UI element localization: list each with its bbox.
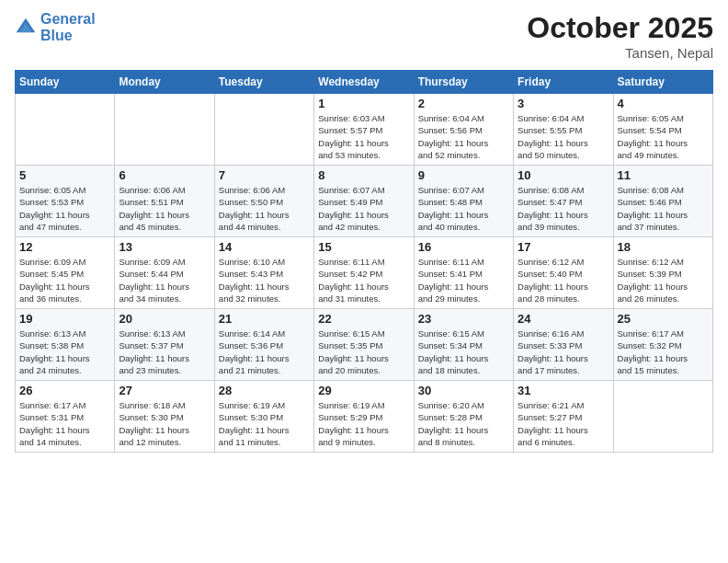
- day-cell-12: 12Sunrise: 6:09 AMSunset: 5:45 PMDayligh…: [16, 237, 115, 309]
- logo-general: General: [40, 11, 96, 27]
- day-info: Sunrise: 6:12 AMSunset: 5:40 PMDaylight:…: [518, 256, 609, 304]
- day-info: Sunrise: 6:04 AMSunset: 5:55 PMDaylight:…: [518, 112, 609, 161]
- day-number: 30: [418, 384, 509, 397]
- day-info: Sunrise: 6:13 AMSunset: 5:38 PMDaylight:…: [19, 327, 110, 376]
- day-number: 27: [119, 384, 210, 397]
- week-row-4: 26Sunrise: 6:17 AMSunset: 5:31 PMDayligh…: [16, 381, 713, 453]
- day-info: Sunrise: 6:18 AMSunset: 5:30 PMDaylight:…: [119, 399, 210, 448]
- day-number: 24: [518, 312, 609, 326]
- day-info: Sunrise: 6:17 AMSunset: 5:32 PMDaylight:…: [618, 327, 709, 376]
- calendar-table: SundayMondayTuesdayWednesdayThursdayFrid…: [15, 70, 713, 453]
- day-cell-21: 21Sunrise: 6:14 AMSunset: 5:36 PMDayligh…: [214, 309, 313, 381]
- day-number: 11: [618, 168, 709, 182]
- day-info: Sunrise: 6:11 AMSunset: 5:41 PMDaylight:…: [418, 256, 509, 304]
- day-info: Sunrise: 6:13 AMSunset: 5:37 PMDaylight:…: [119, 327, 210, 376]
- weekday-header-sunday: Sunday: [16, 71, 115, 94]
- day-cell-18: 18Sunrise: 6:12 AMSunset: 5:39 PMDayligh…: [613, 237, 712, 309]
- day-number: 31: [518, 384, 609, 397]
- day-info: Sunrise: 6:11 AMSunset: 5:42 PMDaylight:…: [318, 256, 409, 304]
- title-block: October 2025 Tansen, Nepal: [527, 11, 713, 61]
- logo-blue: Blue: [40, 28, 96, 44]
- day-info: Sunrise: 6:06 AMSunset: 5:50 PMDaylight:…: [219, 184, 310, 233]
- day-info: Sunrise: 6:16 AMSunset: 5:33 PMDaylight:…: [518, 327, 609, 376]
- day-info: Sunrise: 6:10 AMSunset: 5:43 PMDaylight:…: [219, 256, 310, 304]
- day-number: 16: [418, 240, 509, 254]
- day-cell-23: 23Sunrise: 6:15 AMSunset: 5:34 PMDayligh…: [414, 309, 513, 381]
- day-number: 5: [19, 168, 110, 182]
- day-number: 10: [518, 168, 609, 182]
- weekday-header-tuesday: Tuesday: [214, 71, 313, 94]
- weekday-header-thursday: Thursday: [414, 71, 513, 94]
- header: General Blue October 2025 Tansen, Nepal: [15, 11, 713, 61]
- day-cell-27: 27Sunrise: 6:18 AMSunset: 5:30 PMDayligh…: [115, 381, 214, 453]
- day-cell-19: 19Sunrise: 6:13 AMSunset: 5:38 PMDayligh…: [16, 309, 115, 381]
- day-cell-17: 17Sunrise: 6:12 AMSunset: 5:40 PMDayligh…: [514, 237, 613, 309]
- day-cell-26: 26Sunrise: 6:17 AMSunset: 5:31 PMDayligh…: [16, 381, 115, 453]
- weekday-header-row: SundayMondayTuesdayWednesdayThursdayFrid…: [16, 71, 713, 94]
- day-info: Sunrise: 6:03 AMSunset: 5:57 PMDaylight:…: [318, 112, 409, 161]
- day-number: 4: [618, 97, 709, 110]
- day-info: Sunrise: 6:05 AMSunset: 5:53 PMDaylight:…: [19, 184, 110, 233]
- day-info: Sunrise: 6:12 AMSunset: 5:39 PMDaylight:…: [618, 256, 709, 304]
- week-row-3: 19Sunrise: 6:13 AMSunset: 5:38 PMDayligh…: [16, 309, 713, 381]
- day-cell-11: 11Sunrise: 6:08 AMSunset: 5:46 PMDayligh…: [613, 166, 712, 237]
- day-number: 8: [318, 168, 409, 182]
- day-cell-28: 28Sunrise: 6:19 AMSunset: 5:30 PMDayligh…: [214, 381, 313, 453]
- calendar-container: General Blue October 2025 Tansen, Nepal …: [0, 0, 728, 563]
- day-number: 19: [19, 312, 110, 326]
- day-cell-3: 3Sunrise: 6:04 AMSunset: 5:55 PMDaylight…: [514, 94, 613, 166]
- logo: General Blue: [15, 11, 96, 45]
- weekday-header-wednesday: Wednesday: [314, 71, 414, 94]
- day-number: 14: [219, 240, 310, 254]
- day-cell-30: 30Sunrise: 6:20 AMSunset: 5:28 PMDayligh…: [414, 381, 513, 453]
- day-info: Sunrise: 6:21 AMSunset: 5:27 PMDaylight:…: [518, 399, 609, 448]
- day-number: 15: [318, 240, 409, 254]
- empty-cell: [115, 94, 214, 166]
- day-number: 23: [418, 312, 509, 326]
- day-cell-2: 2Sunrise: 6:04 AMSunset: 5:56 PMDaylight…: [414, 94, 513, 166]
- day-info: Sunrise: 6:19 AMSunset: 5:30 PMDaylight:…: [219, 399, 310, 448]
- day-number: 26: [19, 384, 110, 397]
- day-info: Sunrise: 6:20 AMSunset: 5:28 PMDaylight:…: [418, 399, 509, 448]
- day-number: 17: [518, 240, 609, 254]
- day-cell-13: 13Sunrise: 6:09 AMSunset: 5:44 PMDayligh…: [115, 237, 214, 309]
- day-number: 13: [119, 240, 210, 254]
- weekday-header-monday: Monday: [115, 71, 214, 94]
- location: Tansen, Nepal: [527, 45, 713, 61]
- day-number: 2: [418, 97, 509, 110]
- day-number: 9: [418, 168, 509, 182]
- day-info: Sunrise: 6:08 AMSunset: 5:46 PMDaylight:…: [618, 184, 709, 233]
- day-cell-7: 7Sunrise: 6:06 AMSunset: 5:50 PMDaylight…: [214, 166, 313, 237]
- day-number: 3: [518, 97, 609, 110]
- day-cell-4: 4Sunrise: 6:05 AMSunset: 5:54 PMDaylight…: [613, 94, 712, 166]
- week-row-1: 5Sunrise: 6:05 AMSunset: 5:53 PMDaylight…: [16, 166, 713, 237]
- month-title: October 2025: [527, 11, 713, 45]
- day-info: Sunrise: 6:07 AMSunset: 5:49 PMDaylight:…: [318, 184, 409, 233]
- empty-cell: [16, 94, 115, 166]
- day-number: 12: [19, 240, 110, 254]
- day-info: Sunrise: 6:14 AMSunset: 5:36 PMDaylight:…: [219, 327, 310, 376]
- day-info: Sunrise: 6:07 AMSunset: 5:48 PMDaylight:…: [418, 184, 509, 233]
- day-number: 6: [119, 168, 210, 182]
- empty-cell: [613, 381, 712, 453]
- day-number: 22: [318, 312, 409, 326]
- day-info: Sunrise: 6:09 AMSunset: 5:44 PMDaylight:…: [119, 256, 210, 304]
- day-info: Sunrise: 6:06 AMSunset: 5:51 PMDaylight:…: [119, 184, 210, 233]
- day-number: 21: [219, 312, 310, 326]
- week-row-0: 1Sunrise: 6:03 AMSunset: 5:57 PMDaylight…: [16, 94, 713, 166]
- week-row-2: 12Sunrise: 6:09 AMSunset: 5:45 PMDayligh…: [16, 237, 713, 309]
- day-cell-6: 6Sunrise: 6:06 AMSunset: 5:51 PMDaylight…: [115, 166, 214, 237]
- day-info: Sunrise: 6:04 AMSunset: 5:56 PMDaylight:…: [418, 112, 509, 161]
- day-cell-20: 20Sunrise: 6:13 AMSunset: 5:37 PMDayligh…: [115, 309, 214, 381]
- day-info: Sunrise: 6:09 AMSunset: 5:45 PMDaylight:…: [19, 256, 110, 304]
- day-cell-10: 10Sunrise: 6:08 AMSunset: 5:47 PMDayligh…: [514, 166, 613, 237]
- day-info: Sunrise: 6:15 AMSunset: 5:35 PMDaylight:…: [318, 327, 409, 376]
- day-cell-9: 9Sunrise: 6:07 AMSunset: 5:48 PMDaylight…: [414, 166, 513, 237]
- day-info: Sunrise: 6:15 AMSunset: 5:34 PMDaylight:…: [418, 327, 509, 376]
- day-info: Sunrise: 6:08 AMSunset: 5:47 PMDaylight:…: [518, 184, 609, 233]
- day-cell-31: 31Sunrise: 6:21 AMSunset: 5:27 PMDayligh…: [514, 381, 613, 453]
- day-info: Sunrise: 6:19 AMSunset: 5:29 PMDaylight:…: [318, 399, 409, 448]
- day-cell-16: 16Sunrise: 6:11 AMSunset: 5:41 PMDayligh…: [414, 237, 513, 309]
- day-number: 29: [318, 384, 409, 397]
- logo-icon: [15, 17, 37, 39]
